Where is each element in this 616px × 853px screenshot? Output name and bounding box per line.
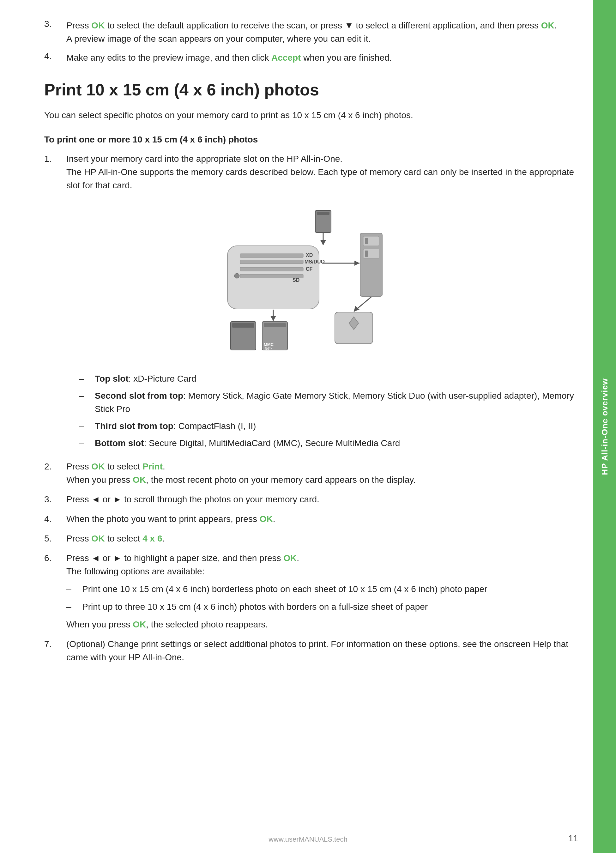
svg-rect-11 <box>317 212 329 215</box>
step-5: 5. Press OK to select 4 x 6. <box>44 532 578 545</box>
section-title: Print 10 x 15 cm (4 x 6 inch) photos <box>44 80 578 99</box>
svg-rect-6 <box>240 267 303 271</box>
step4-text: Make any edits to the preview image, and… <box>66 51 578 64</box>
svg-rect-2 <box>240 254 303 258</box>
svg-marker-32 <box>354 306 360 311</box>
diagram-svg: XD MS/DUO CF SD <box>212 205 433 357</box>
step1-subtext: The HP All-in-One supports the memory ca… <box>66 167 574 190</box>
slot4-term: Bottom slot <box>95 438 144 448</box>
step6-bullets: – Print one 10 x 15 cm (4 x 6 inch) bord… <box>66 583 578 613</box>
svg-text:SD: SD <box>293 278 299 283</box>
sidebar-tab: HP All-in-One overview <box>593 0 616 853</box>
svg-marker-20 <box>354 261 360 266</box>
step4-ok: OK <box>259 514 273 524</box>
step4-accept: Accept <box>272 53 301 62</box>
page-wrapper: HP All-in-One overview 3. Press OK to se… <box>0 0 616 853</box>
slot-bullet-1: – Top slot: xD-Picture Card <box>79 372 578 386</box>
step7-content: (Optional) Change print settings or sele… <box>66 637 578 664</box>
section-intro: You can select specific photos on your m… <box>44 109 578 122</box>
svg-marker-13 <box>320 240 326 245</box>
step-3: 3. Press ◄ or ► to scroll through the ph… <box>44 493 578 506</box>
slot2-term: Second slot from top <box>95 391 183 401</box>
step6-bullet-1: – Print one 10 x 15 cm (4 x 6 inch) bord… <box>66 583 578 596</box>
svg-rect-4 <box>240 260 303 264</box>
step6-ok2: OK <box>133 619 146 629</box>
svg-text:64™: 64™ <box>265 346 273 351</box>
step3-ok2: OK <box>541 21 554 30</box>
step-2: 2. Press OK to select Print. When you pr… <box>44 460 578 487</box>
step-4: 4. When the photo you want to print appe… <box>44 512 578 526</box>
step3-number: 3. <box>44 19 66 46</box>
step6-bullet-2: – Print up to three 10 x 15 cm (4 x 6 in… <box>66 600 578 613</box>
slot1-desc: : xD-Picture Card <box>129 374 196 384</box>
step2-print: Print <box>143 461 163 471</box>
step-7: 7. (Optional) Change print settings or s… <box>44 637 578 664</box>
slot-bullet-4: – Bottom slot: Secure Digital, MultiMedi… <box>79 437 578 450</box>
step4-content: When the photo you want to print appears… <box>66 512 578 526</box>
main-content: 3. Press OK to select the default applic… <box>44 0 578 702</box>
step6-content: Press ◄ or ► to highlight a paper size, … <box>66 552 578 631</box>
top-step-3: 3. Press OK to select the default applic… <box>44 19 578 46</box>
slot4-desc: : Secure Digital, MultiMediaCard (MMC), … <box>144 438 400 448</box>
svg-text:MS/DUO: MS/DUO <box>305 259 325 264</box>
slots-bullet-list: – Top slot: xD-Picture Card – Second slo… <box>79 372 578 450</box>
svg-text:XD: XD <box>306 252 313 258</box>
step3-ok1: OK <box>91 21 105 30</box>
svg-rect-17 <box>365 238 368 244</box>
sub-heading: To print one or more 10 x 15 cm (4 x 6 i… <box>44 135 578 145</box>
step4-num: 4. <box>44 512 66 526</box>
step4-number: 4. <box>44 51 66 64</box>
step1-content: Insert your memory card into the appropr… <box>66 152 578 454</box>
step5-num: 5. <box>44 532 66 545</box>
svg-marker-28 <box>270 316 276 321</box>
step2-content: Press OK to select Print. When you press… <box>66 460 578 487</box>
svg-point-1 <box>234 273 240 278</box>
svg-text:MMC: MMC <box>264 342 274 347</box>
step1-num: 1. <box>44 152 66 454</box>
step6-ok: OK <box>283 553 297 563</box>
step6-num: 6. <box>44 552 66 631</box>
step3-num: 3. <box>44 493 66 506</box>
step2-num: 2. <box>44 460 66 487</box>
top-step-4: 4. Make any edits to the preview image, … <box>44 51 578 64</box>
footer-url: www.userMANUALS.tech <box>269 835 347 844</box>
slot-bullet-3: – Third slot from top: CompactFlash (I, … <box>79 420 578 433</box>
sidebar-tab-label: HP All-in-One overview <box>600 378 610 475</box>
step5-4x6: 4 x 6 <box>143 534 162 543</box>
memory-card-diagram: XD MS/DUO CF SD <box>212 205 433 357</box>
steps-list: 1. Insert your memory card into the appr… <box>44 152 578 664</box>
step3-content: Press ◄ or ► to scroll through the photo… <box>66 493 578 506</box>
step2-ok: OK <box>91 461 105 471</box>
step1-text: Insert your memory card into the appropr… <box>66 154 343 164</box>
step5-content: Press OK to select 4 x 6. <box>66 532 578 545</box>
step5-ok: OK <box>91 534 105 543</box>
slot3-term: Third slot from top <box>95 421 173 431</box>
page-number: 11 <box>568 833 578 844</box>
step2-ok2: OK <box>133 475 146 485</box>
slot3-desc: : CompactFlash (I, II) <box>173 421 256 431</box>
svg-rect-18 <box>365 250 368 257</box>
slot1-term: Top slot <box>95 374 129 384</box>
step7-num: 7. <box>44 637 66 664</box>
step3-text: Press OK to select the default applicati… <box>66 19 578 46</box>
slot-bullet-2: – Second slot from top: Memory Stick, Ma… <box>79 389 578 416</box>
step-1: 1. Insert your memory card into the appr… <box>44 152 578 454</box>
step-6: 6. Press ◄ or ► to highlight a paper siz… <box>44 552 578 631</box>
svg-rect-24 <box>264 323 286 327</box>
svg-rect-22 <box>232 323 254 328</box>
svg-text:CF: CF <box>306 266 313 272</box>
